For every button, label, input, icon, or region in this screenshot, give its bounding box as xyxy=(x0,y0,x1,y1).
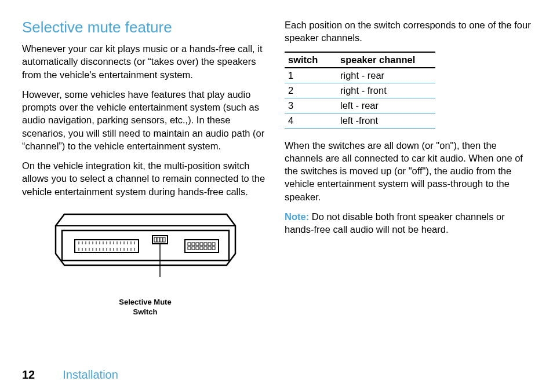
table-header: speaker channel xyxy=(337,52,435,68)
svg-rect-42 xyxy=(185,240,219,252)
paragraph: On the vehicle integration kit, the mult… xyxy=(22,159,268,198)
table-row: 4 left -front xyxy=(285,113,435,128)
svg-rect-43 xyxy=(188,243,191,246)
svg-rect-47 xyxy=(204,243,207,246)
paragraph: However, some vehicles have features tha… xyxy=(22,88,268,152)
table-cell: 4 xyxy=(285,113,337,128)
svg-rect-39 xyxy=(157,237,159,242)
page-footer: 12 Installation xyxy=(22,365,531,382)
section-heading: Selective mute feature xyxy=(22,19,268,36)
table-row: 3 left - rear xyxy=(285,98,435,113)
svg-rect-41 xyxy=(163,237,165,242)
table-cell: right - rear xyxy=(337,68,435,83)
svg-rect-51 xyxy=(192,247,195,250)
table-row: 1 right - rear xyxy=(285,68,435,83)
svg-rect-53 xyxy=(200,247,203,250)
table-row: 2 right - front xyxy=(285,83,435,98)
paragraph: Whenever your car kit plays music or a h… xyxy=(22,42,268,81)
left-column: Selective mute feature Whenever your car… xyxy=(22,19,268,365)
table-cell: left -front xyxy=(337,113,435,128)
note-paragraph: Note: Do not disable both front speaker … xyxy=(285,210,531,236)
table-cell: left - rear xyxy=(337,98,435,113)
svg-rect-40 xyxy=(160,237,162,242)
svg-rect-52 xyxy=(196,247,199,250)
svg-rect-44 xyxy=(192,243,195,246)
right-column: Each position on the switch corresponds … xyxy=(285,19,531,365)
svg-rect-50 xyxy=(188,247,191,250)
paragraph: When the switches are all down (or "on")… xyxy=(285,139,531,203)
table-header-row: switch speaker channel xyxy=(285,52,435,68)
note-text: Do not disable both front speaker channe… xyxy=(285,211,505,235)
table-cell: 1 xyxy=(285,68,337,83)
device-illustration-icon xyxy=(47,208,244,295)
section-name: Installation xyxy=(63,368,118,382)
figure-caption: Selective Mute Switch xyxy=(22,298,268,317)
switch-table: switch speaker channel 1 right - rear 2 … xyxy=(285,52,435,129)
device-figure: Selective Mute Switch xyxy=(22,208,268,317)
page-number: 12 xyxy=(22,368,35,382)
table-cell: 2 xyxy=(285,83,337,98)
paragraph: Each position on the switch corresponds … xyxy=(285,19,531,45)
page-content: Selective mute feature Whenever your car… xyxy=(22,19,531,365)
svg-rect-55 xyxy=(208,247,211,250)
svg-rect-38 xyxy=(154,237,157,242)
table-cell: right - front xyxy=(337,83,435,98)
svg-rect-54 xyxy=(204,247,207,250)
svg-rect-49 xyxy=(212,243,215,246)
svg-rect-45 xyxy=(196,243,199,246)
svg-rect-56 xyxy=(212,247,215,250)
note-label: Note: xyxy=(285,211,309,222)
table-cell: 3 xyxy=(285,98,337,113)
svg-rect-46 xyxy=(200,243,203,246)
svg-rect-48 xyxy=(208,243,211,246)
table-header: switch xyxy=(285,52,337,68)
